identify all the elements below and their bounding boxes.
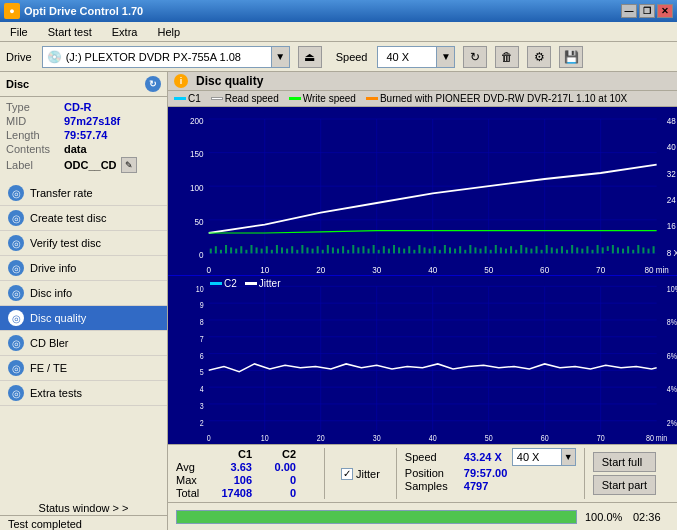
sidebar-item-drive-info[interactable]: ◎ Drive info	[0, 256, 167, 281]
speed-select-inline[interactable]: 40 X	[512, 448, 562, 466]
svg-text:40: 40	[429, 434, 437, 444]
legend-burned-label: Burned with PIONEER DVD-RW DVR-217L 1.10…	[380, 93, 627, 104]
create-test-disc-label: Create test disc	[30, 212, 106, 224]
svg-text:8%: 8%	[667, 317, 677, 327]
disc-type-label: Type	[6, 101, 64, 113]
drive-selector[interactable]: 💿 (J:) PLEXTOR DVDR PX-755A 1.08 ▼	[42, 46, 290, 68]
speed-select-container[interactable]: 40 X ▼	[512, 448, 576, 466]
legend-c1-label: C1	[188, 93, 201, 104]
svg-rect-67	[383, 246, 385, 253]
svg-rect-69	[393, 245, 395, 253]
svg-text:20: 20	[316, 264, 325, 275]
speed-select-box[interactable]: 40 X	[377, 46, 437, 68]
chart-title-bar: i Disc quality	[168, 72, 677, 91]
sidebar-item-cd-bler[interactable]: ◎ CD Bler	[0, 331, 167, 356]
sidebar-item-verify-test-disc[interactable]: ◎ Verify test disc	[0, 231, 167, 256]
disc-header-label: Disc	[6, 78, 29, 90]
disc-contents-row: Contents data	[6, 143, 161, 155]
svg-text:100: 100	[190, 182, 204, 193]
svg-text:60: 60	[540, 264, 549, 275]
svg-rect-39	[240, 246, 242, 253]
svg-rect-68	[388, 249, 390, 254]
legend-burned-color	[366, 97, 378, 100]
svg-rect-47	[281, 247, 283, 253]
label-edit-button[interactable]: ✎	[121, 157, 137, 173]
position-row: Position 79:57.00	[405, 467, 576, 479]
speed-value: 40 X	[386, 51, 409, 63]
stats-max-row: Max 106 0	[176, 474, 316, 486]
disc-quality-icon: ◎	[8, 310, 24, 326]
erase-button[interactable]: 🗑	[495, 46, 519, 68]
eject-button[interactable]: ⏏	[298, 46, 322, 68]
sidebar-item-fe-te[interactable]: ◎ FE / TE	[0, 356, 167, 381]
svg-rect-37	[230, 247, 232, 253]
sidebar-item-disc-info[interactable]: ◎ Disc info	[0, 281, 167, 306]
svg-text:30: 30	[373, 434, 381, 444]
legend-c2-label: C2	[224, 278, 237, 289]
legend-read-speed-label: Read speed	[225, 93, 279, 104]
drive-select-box[interactable]: 💿 (J:) PLEXTOR DVDR PX-755A 1.08	[42, 46, 272, 68]
svg-rect-64	[368, 249, 370, 254]
svg-rect-70	[398, 247, 400, 253]
sidebar-item-extra-tests[interactable]: ◎ Extra tests	[0, 381, 167, 406]
svg-rect-71	[403, 249, 405, 254]
jitter-checkbox-box[interactable]: ✓	[341, 468, 353, 480]
main-layout: Disc ↻ Type CD-R MID 97m27s18f Length 79…	[0, 72, 677, 502]
restore-button[interactable]: ❐	[639, 4, 655, 18]
progress-bar-outer	[176, 510, 577, 524]
sidebar-item-transfer-rate[interactable]: ◎ Transfer rate	[0, 181, 167, 206]
speed-row: Speed 43.24 X 40 X ▼	[405, 448, 576, 466]
start-part-button[interactable]: Start part	[593, 475, 656, 495]
sidebar-item-disc-quality[interactable]: ◎ Disc quality	[0, 306, 167, 331]
left-panel: Disc ↻ Type CD-R MID 97m27s18f Length 79…	[0, 72, 168, 502]
svg-rect-87	[485, 246, 487, 253]
menu-extra[interactable]: Extra	[106, 24, 144, 40]
legend-read-speed: Read speed	[211, 93, 279, 104]
stats-c2-header: C2	[256, 448, 296, 460]
charts-container: 200 150 100 50 0 48 X 40 X 32 X 24 X 16 …	[168, 107, 677, 444]
refresh-button[interactable]: ↻	[463, 46, 487, 68]
toolbar: Drive 💿 (J:) PLEXTOR DVDR PX-755A 1.08 ▼…	[0, 42, 677, 72]
svg-rect-72	[408, 246, 410, 253]
svg-rect-46	[276, 245, 278, 253]
speed-selector[interactable]: 40 X ▼	[377, 46, 455, 68]
svg-text:16 X: 16 X	[667, 221, 677, 232]
disc-contents-label: Contents	[6, 143, 64, 155]
right-panel: i Disc quality C1 Read speed Write speed…	[168, 72, 677, 502]
svg-rect-103	[566, 250, 568, 254]
disc-refresh-icon[interactable]: ↻	[145, 76, 161, 92]
svg-text:6: 6	[200, 351, 204, 361]
settings-button[interactable]: ⚙	[527, 46, 551, 68]
menu-start-test[interactable]: Start test	[42, 24, 98, 40]
save-button[interactable]: 💾	[559, 46, 583, 68]
svg-rect-38	[235, 249, 237, 254]
svg-text:10: 10	[260, 264, 269, 275]
progress-bar-inner	[177, 511, 576, 523]
drive-dropdown-arrow[interactable]: ▼	[272, 46, 290, 68]
speed-dropdown-arrow[interactable]: ▼	[437, 46, 455, 68]
jitter-checkbox[interactable]: ✓ Jitter	[341, 468, 380, 480]
svg-text:4%: 4%	[667, 385, 677, 395]
svg-rect-115	[627, 246, 629, 253]
disc-info-table: Type CD-R MID 97m27s18f Length 79:57.74 …	[0, 97, 167, 181]
disc-quality-label: Disc quality	[30, 312, 86, 324]
menu-help[interactable]: Help	[151, 24, 186, 40]
close-button[interactable]: ✕	[657, 4, 673, 18]
chart-title: Disc quality	[196, 74, 263, 88]
svg-rect-63	[362, 246, 364, 253]
legend-c1: C1	[174, 93, 201, 104]
disc-label-value: ODC__CD	[64, 159, 117, 171]
stats-max-label: Max	[176, 474, 208, 486]
svg-rect-97	[535, 246, 537, 253]
position-label: Position	[405, 467, 460, 479]
sidebar-item-create-test-disc[interactable]: ◎ Create test disc	[0, 206, 167, 231]
svg-rect-80	[449, 247, 451, 253]
status-window-button[interactable]: Status window > >	[0, 502, 168, 516]
speed-dropdown-arrow-stats[interactable]: ▼	[562, 448, 576, 466]
svg-rect-88	[490, 250, 492, 254]
app-title: Opti Drive Control 1.70	[24, 5, 143, 17]
start-full-button[interactable]: Start full	[593, 452, 656, 472]
svg-text:80 min: 80 min	[644, 264, 668, 275]
minimize-button[interactable]: —	[621, 4, 637, 18]
menu-file[interactable]: File	[4, 24, 34, 40]
